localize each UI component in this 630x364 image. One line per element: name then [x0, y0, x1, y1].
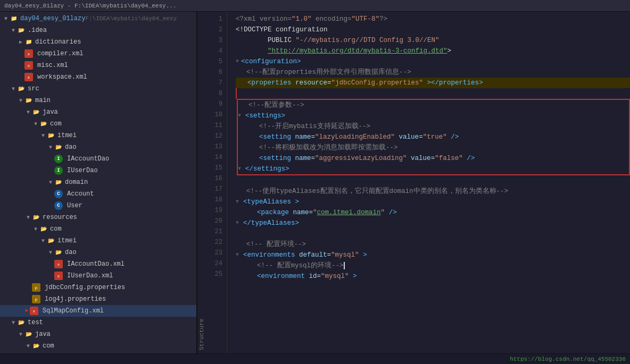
tree-main[interactable]: ▼ 📂 main: [0, 95, 196, 106]
fold-20[interactable]: ▼: [236, 218, 239, 228]
tree-sqlmapconfig[interactable]: ➤ x SqlMapConfig.xml: [0, 305, 196, 317]
cursor: [344, 262, 345, 269]
tree-dao[interactable]: ▼ 📂 dao: [0, 141, 196, 153]
arrow-dao: ▼: [47, 145, 54, 150]
l1: <?xml version="1.0" encoding="UTF-8"?>: [236, 14, 387, 24]
arrow-java2: ▼: [17, 332, 24, 337]
code-line-21: [236, 228, 630, 239]
label-sqlmapconfig: SqlMapConfig.xml: [43, 307, 104, 315]
fold-10[interactable]: ▼: [238, 111, 241, 121]
label-java: java: [43, 108, 58, 116]
tree-dictionaries[interactable]: ▶ 📁 dictionaries: [0, 36, 196, 48]
tree-iuserdao[interactable]: I IUserDao: [0, 165, 196, 176]
l10: <settings>: [245, 111, 285, 121]
tree-user[interactable]: C User: [0, 200, 196, 211]
tree-log4j[interactable]: p log4j.properties: [0, 293, 196, 305]
l22: <!-- 配置环境-->: [246, 239, 306, 250]
highlight-settings-block: <!--配置参数--> ▼ <settings> <!--开启mybatis支持…: [237, 99, 630, 175]
tree-dao2[interactable]: ▼ 📂 dao: [0, 247, 196, 258]
code-line-11: <!--开启mybatis支持延迟加载-->: [238, 121, 629, 132]
tree-compiler[interactable]: x compiler.xml: [0, 48, 196, 60]
interface-icon-iuserdao: I: [54, 166, 63, 175]
code-line-23: ▼ <environments default="mysql" >: [236, 250, 630, 260]
folder-icon-idea: 📂: [17, 26, 26, 35]
label-resources: resources: [43, 214, 77, 221]
l14: <setting name="aggressiveLazyLoading" va…: [259, 153, 475, 164]
folder-icon-com3: 📂: [32, 342, 40, 350]
l24: <!-- 配置mysql的环境-->: [257, 260, 344, 271]
tree-com3[interactable]: ▼ 📂 com: [0, 340, 196, 352]
code-lines: <?xml version="1.0" encoding="UTF-8"?> <…: [227, 12, 630, 353]
tree-itmei2[interactable]: ▼ 📂 itmei: [0, 235, 196, 247]
tree-src[interactable]: ▼ 📂 src: [0, 83, 196, 95]
xml-icon-workspace: x: [24, 73, 33, 81]
tree-misc[interactable]: x misc.xml: [0, 60, 196, 71]
tree-itmei[interactable]: ▼ 📂 itmei: [0, 130, 196, 141]
fold-18[interactable]: ▼: [236, 197, 239, 207]
fold-15[interactable]: ▼: [238, 164, 241, 174]
arrow-domain: ▼: [47, 180, 54, 185]
tree-domain[interactable]: ▼ 📂 domain: [0, 176, 196, 188]
bottom-bar: https://blog.csdn.net/qq_45502336: [0, 353, 630, 364]
code-line-6: <!--配置properties用外部文件引用数据库信息-->: [236, 67, 630, 78]
tree-test[interactable]: ▼ 📂 test: [0, 317, 196, 328]
code-line-10: ▼ <settings>: [238, 111, 629, 121]
l2: <!DOCTYPE configuration: [236, 24, 328, 35]
tree-root[interactable]: ▼ 📁 day04_eesy_01lazy F:\IDEA\mybatis\da…: [0, 13, 196, 24]
tree-java[interactable]: ▼ 📂 java: [0, 106, 196, 118]
class-icon-user: C: [54, 201, 63, 210]
code-editor: 1 2 3 4 5 6 7 8 9 10 11 12 13 14 15 16 1…: [206, 12, 630, 353]
tree-idea[interactable]: ▼ 📂 .idea: [0, 24, 196, 36]
tree-com2[interactable]: ▼ 📂 com: [0, 223, 196, 235]
label-dict: dictionaries: [35, 38, 81, 46]
tree-java2[interactable]: ▼ 📂 java: [0, 328, 196, 340]
label-com2: com: [50, 225, 62, 233]
arrow-dict: ▶: [17, 39, 24, 45]
l3: PUBLIC "-//mybatis.org//DTD Config 3.0//…: [268, 35, 440, 46]
label-iaccountdao: IAccountDao: [67, 155, 109, 163]
label-compiler: compiler.xml: [37, 50, 83, 57]
l15: </settings>: [245, 164, 289, 174]
tree-iaccountdao-xml[interactable]: x IAccountDao.xml: [0, 258, 196, 270]
fold-5[interactable]: ▼: [236, 56, 239, 67]
tree-workspace[interactable]: x workspace.xml: [0, 71, 196, 83]
code-line-13: <!--将积极加载改为消息加载即按需加载-->: [238, 142, 629, 153]
l25: <environment id="mysql" >: [257, 271, 357, 282]
l13: <!--将积极加载改为消息加载即按需加载-->: [259, 142, 398, 153]
tree-iuserdao-xml[interactable]: x IUserDao.xml: [0, 270, 196, 282]
arrow-main: ▼: [17, 98, 24, 104]
label-account: Account: [67, 190, 94, 198]
label-java2: java: [35, 331, 51, 338]
fold-23[interactable]: ▼: [236, 250, 239, 260]
label-workspace: workspace.xml: [37, 73, 87, 81]
code-line-20: ▼ </typeAliases>: [236, 218, 630, 228]
arrow-resources: ▼: [24, 215, 32, 221]
xml-icon-iuserdao: x: [54, 272, 63, 280]
code-line-14: <setting name="aggressiveLazyLoading" va…: [238, 153, 629, 164]
arrow-com2: ▼: [32, 226, 39, 232]
l17: <!--使用typeAliases配置别名，它只能配置domain中类的别名，别…: [246, 186, 508, 197]
tree-account[interactable]: C Account: [0, 188, 196, 200]
label-domain: domain: [65, 179, 88, 186]
folder-icon-dao2: 📂: [54, 248, 63, 257]
code-line-25: <environment id="mysql" >: [236, 271, 630, 282]
label-test: test: [28, 319, 43, 326]
folder-icon-main: 📂: [24, 96, 33, 105]
tree-itmei3[interactable]: ▼ 📂 itmei: [0, 352, 196, 353]
arrow-com3: ▼: [24, 343, 32, 349]
tree-com[interactable]: ▼ 📂 com: [0, 118, 196, 130]
tree-iaccountdao[interactable]: I IAccountDao: [0, 153, 196, 165]
code-line-22: <!-- 配置环境-->: [236, 239, 630, 250]
folder-icon-itmei2: 📂: [47, 236, 55, 245]
folder-icon-domain: 📂: [54, 178, 63, 187]
code-line-5: ▼ <configuration>: [236, 56, 630, 67]
folder-icon-resources: 📂: [32, 213, 40, 222]
l12: <setting name="lazyLoadingEnabled" value…: [259, 132, 459, 142]
tree-resources[interactable]: ▼ 📂 resources: [0, 211, 196, 223]
structure-tab[interactable]: Structure: [197, 12, 206, 353]
code-line-4: "http://mybatis.org/dtd/mybatis-3-config…: [236, 46, 630, 56]
arrow-dao2: ▼: [47, 250, 54, 256]
blog-url: https://blog.csdn.net/qq_45502336: [510, 356, 626, 362]
tree-jdbcconfig[interactable]: p jdbcConfig.properties: [0, 282, 196, 293]
l11: <!--开启mybatis支持延迟加载-->: [259, 121, 370, 132]
